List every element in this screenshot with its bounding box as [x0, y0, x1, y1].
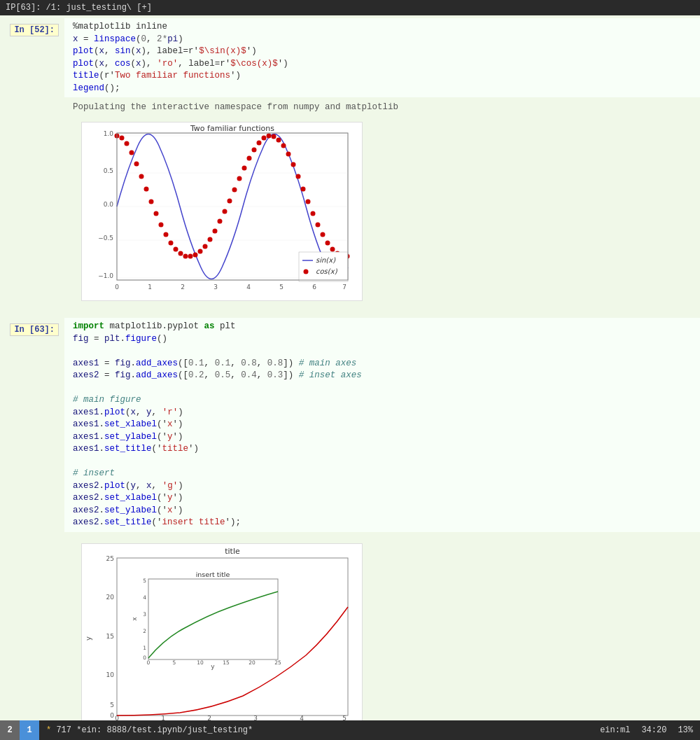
- svg-text:2: 2: [143, 628, 146, 634]
- svg-text:1: 1: [143, 645, 146, 651]
- svg-point-21: [120, 136, 125, 141]
- svg-text:x: x: [131, 616, 138, 620]
- svg-point-27: [149, 200, 154, 204]
- svg-text:20: 20: [248, 659, 255, 666]
- svg-text:4: 4: [143, 594, 146, 601]
- svg-point-53: [276, 138, 281, 143]
- svg-point-33: [178, 251, 183, 256]
- svg-text:insert title: insert title: [196, 571, 230, 578]
- svg-point-25: [139, 174, 144, 179]
- svg-point-62: [321, 232, 326, 237]
- cell-2: In [63]: import matplotlib.pyplot as plt…: [0, 315, 700, 720]
- svg-point-37: [198, 249, 203, 254]
- svg-point-71: [304, 270, 309, 274]
- svg-text:2: 2: [207, 715, 211, 721]
- svg-point-61: [316, 223, 321, 228]
- svg-point-24: [134, 162, 139, 167]
- status-num-2: 2: [0, 720, 20, 740]
- svg-point-58: [301, 187, 306, 192]
- svg-text:0: 0: [110, 712, 114, 719]
- svg-point-49: [257, 141, 262, 146]
- svg-text:25: 25: [106, 555, 114, 562]
- svg-text:2: 2: [181, 284, 185, 291]
- notebook[interactable]: In [52]: %matplotlib inline x = linspace…: [0, 15, 700, 720]
- prompt-52: In [52]:: [10, 24, 59, 36]
- status-left: 2 1: [0, 720, 39, 740]
- svg-point-51: [267, 134, 272, 139]
- title-bar: IP[63]: /1: just_testing\ [+]: [0, 0, 700, 15]
- svg-text:5: 5: [110, 701, 114, 708]
- svg-point-55: [286, 152, 291, 157]
- code-cell-63[interactable]: import matplotlib.pyplot as plt fig = pl…: [64, 318, 700, 532]
- svg-text:10: 10: [197, 659, 204, 666]
- svg-text:Two familiar functions: Two familiar functions: [190, 124, 274, 133]
- svg-text:3: 3: [143, 611, 146, 617]
- status-mode: ein:ml: [600, 725, 630, 735]
- svg-text:5: 5: [173, 659, 176, 666]
- svg-text:y: y: [85, 636, 92, 640]
- svg-rect-90: [148, 579, 278, 659]
- status-right: ein:ml 34:20 13%: [600, 725, 700, 735]
- svg-text:15: 15: [223, 659, 230, 666]
- svg-text:0: 0: [143, 655, 146, 661]
- svg-point-60: [311, 211, 316, 216]
- svg-text:4: 4: [300, 715, 304, 721]
- svg-point-63: [326, 241, 330, 246]
- svg-point-28: [154, 211, 159, 216]
- svg-point-54: [281, 144, 286, 148]
- status-num-1: 1: [20, 720, 39, 740]
- code-63: import matplotlib.pyplot as plt fig = pl…: [73, 321, 694, 529]
- svg-point-64: [330, 247, 335, 252]
- svg-point-42: [223, 209, 227, 214]
- svg-point-34: [183, 254, 188, 259]
- svg-text:cos(x): cos(x): [316, 267, 338, 275]
- svg-point-31: [169, 241, 174, 246]
- svg-point-56: [291, 162, 296, 167]
- svg-text:0.0: 0.0: [104, 201, 114, 208]
- svg-text:y: y: [211, 663, 215, 670]
- svg-point-45: [237, 176, 242, 181]
- svg-text:3: 3: [214, 284, 218, 291]
- svg-text:15: 15: [106, 633, 114, 640]
- svg-point-52: [272, 134, 276, 139]
- svg-point-44: [232, 188, 237, 193]
- svg-text:10: 10: [106, 671, 115, 678]
- svg-text:−1.0: −1.0: [98, 272, 113, 279]
- svg-text:5: 5: [143, 578, 146, 584]
- svg-point-39: [208, 237, 213, 242]
- svg-point-43: [227, 199, 232, 204]
- svg-text:0.5: 0.5: [104, 167, 113, 174]
- svg-point-41: [218, 219, 223, 224]
- output-text-52: Populating the interactive namespace fro…: [73, 102, 398, 112]
- svg-text:20: 20: [106, 594, 115, 601]
- svg-point-46: [242, 166, 247, 171]
- svg-text:0: 0: [115, 284, 119, 291]
- svg-point-40: [213, 229, 218, 234]
- cell-1: In [52]: %matplotlib inline x = linspace…: [0, 15, 700, 315]
- svg-point-48: [252, 148, 257, 153]
- svg-point-22: [125, 141, 130, 146]
- status-star: *: [46, 725, 56, 735]
- title-text: IP[63]: /1: just_testing\ [+]: [6, 3, 152, 13]
- svg-text:5: 5: [279, 284, 284, 291]
- svg-text:5: 5: [342, 715, 346, 721]
- svg-point-57: [296, 174, 301, 179]
- plot-1-svg: Two familiar functions 1.0 0.5 0.0 −0.5 …: [82, 123, 362, 298]
- svg-point-59: [306, 200, 311, 204]
- status-percent: 13%: [678, 725, 693, 735]
- svg-text:title: title: [225, 547, 240, 556]
- svg-text:1: 1: [161, 715, 165, 721]
- svg-point-23: [130, 151, 134, 155]
- svg-text:1.0: 1.0: [104, 130, 114, 137]
- svg-point-29: [159, 223, 164, 228]
- code-cell-52[interactable]: %matplotlib inline x = linspace(0, 2*pi)…: [64, 18, 700, 97]
- svg-point-47: [247, 156, 252, 161]
- code-52: %matplotlib inline x = linspace(0, 2*pi)…: [73, 21, 694, 95]
- svg-text:−0.5: −0.5: [98, 235, 113, 242]
- plot-2-container: title y x 25 20 15 10 5 0 0: [81, 543, 363, 721]
- prompt-63: In [63]:: [10, 323, 59, 336]
- svg-text:sin(x): sin(x): [316, 256, 336, 264]
- svg-text:25: 25: [274, 659, 281, 666]
- plot-2-svg: title y x 25 20 15 10 5 0 0: [82, 544, 362, 721]
- svg-text:1: 1: [148, 284, 152, 291]
